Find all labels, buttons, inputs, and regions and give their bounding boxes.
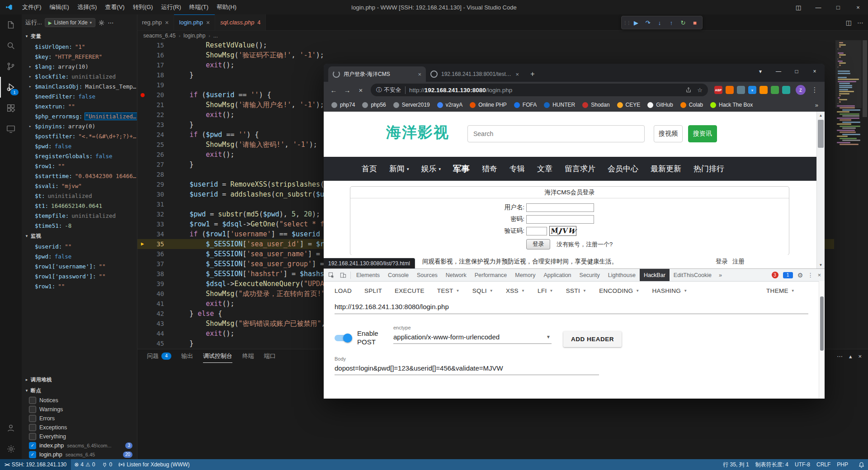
stop-loading-icon[interactable]: × [354, 84, 367, 96]
scroll-up-icon[interactable]: ▲ [817, 112, 825, 119]
tab-close-icon[interactable]: × [206, 19, 210, 26]
nav-item[interactable]: 专辑 [509, 164, 525, 174]
remote-explorer-icon[interactable] [0, 118, 22, 139]
editor-scrollbar[interactable] [862, 40, 868, 349]
editor-tab[interactable]: sql.class.php4 [215, 14, 266, 30]
captcha-image[interactable]: MJVW [549, 226, 576, 236]
editor-more-icon[interactable]: ⋯ [857, 19, 863, 26]
footer-link-1[interactable]: 注册 [732, 258, 745, 266]
split-editor-icon[interactable]: ◫ [846, 19, 852, 26]
breadcrumb-item[interactable]: seacms_6.45 [143, 33, 175, 39]
body-input[interactable]: dopost=login&pwd[]=123&userid[]=456&vali… [335, 362, 599, 375]
start-debugging-icon[interactable]: ▶ [48, 20, 52, 25]
hackbar-menu-lfi[interactable]: LFI▼ [531, 283, 560, 298]
menubar-item-0[interactable]: 文件(F) [18, 0, 46, 14]
editor-tab[interactable]: login.php× [174, 14, 215, 30]
search-icon[interactable] [0, 35, 22, 56]
bookmark-ceye[interactable]: CEYE [614, 100, 644, 109]
tab-close-icon[interactable]: × [418, 71, 421, 78]
forward-icon[interactable]: → [341, 84, 354, 96]
maximize-icon[interactable]: □ [788, 64, 806, 79]
bookmark-server2019[interactable]: Server2019 [390, 100, 433, 109]
browser-tab-0[interactable]: 用户登录-海洋CMS× [328, 66, 426, 82]
scrollbar-thumb[interactable] [818, 120, 824, 148]
browser-tab-1[interactable]: 192.168.241.138:8001/test.php× [426, 66, 524, 82]
status-item-0[interactable]: 行 35, 列 1 [720, 461, 752, 469]
checkbox-unchecked[interactable] [29, 406, 36, 413]
hackbar-menu-test[interactable]: TEST▼ [431, 283, 466, 298]
variable-row[interactable]: $t1:1646652140.0641 [22, 201, 137, 211]
breadcrumb[interactable]: seacms_6.45›login.php›... [137, 31, 868, 41]
bookmark-hack-the-box[interactable]: Hack The Box [707, 100, 756, 109]
back-icon[interactable]: ← [327, 84, 340, 96]
scroll-down-icon[interactable]: ▼ [817, 261, 825, 268]
footer-link-0[interactable]: 登录 [716, 258, 728, 266]
devtools-tab-hackbar[interactable]: HackBar [640, 269, 670, 281]
close-icon[interactable]: × [848, 0, 868, 14]
new-tab-icon[interactable]: + [526, 68, 539, 80]
xdebug-listener[interactable]: Listen for Xdebug (WWW) [115, 461, 193, 468]
explorer-icon[interactable] [0, 14, 22, 35]
status-item-2[interactable]: UTF-8 [792, 461, 813, 468]
code-line[interactable]: 16 ShowMsg('验证码不正确!', '-1'); [137, 50, 834, 60]
search-info-button[interactable]: 搜资讯 [688, 125, 717, 142]
issues-badge[interactable]: 1 [783, 272, 793, 278]
breadcrumb-item[interactable]: login.php [184, 33, 206, 39]
hackbar-menu-split[interactable]: SPLIT [358, 283, 388, 298]
code-line[interactable]: 15 ResetVdValue(); [137, 40, 834, 50]
gutter[interactable] [137, 93, 148, 97]
bookmark-shodan[interactable]: Shodan [579, 100, 613, 109]
variable-row[interactable]: $needFilter:false [22, 91, 137, 101]
nav-item[interactable]: 最新更新 [651, 164, 681, 174]
scrollbar-thumb[interactable] [863, 40, 867, 117]
hackbar-menu-execute[interactable]: EXECUTE [388, 283, 431, 298]
panel-more-icon[interactable]: ⋯ [837, 353, 843, 360]
hackbar-menu-theme[interactable]: THEME▼ [760, 283, 801, 298]
extensions-icon[interactable] [0, 98, 22, 118]
bookmark-colab[interactable]: Colab [677, 100, 706, 109]
section-watch[interactable]: ▾ 监视 [22, 230, 137, 241]
restart-icon[interactable]: ↻ [678, 17, 689, 28]
breakpoint-flag-row[interactable]: Warnings [22, 405, 137, 414]
extension-icon-0[interactable]: ABP [714, 86, 722, 94]
hackbar-menu-sqli[interactable]: SQLI▼ [466, 283, 500, 298]
nav-item[interactable]: 文章 [537, 164, 552, 174]
variable-row[interactable]: ▸$lang:array(10) [22, 61, 137, 71]
devtools-tab-application[interactable]: Application [539, 269, 575, 281]
extension-icon-4[interactable] [760, 86, 768, 94]
panel-tab[interactable]: 输出 [181, 349, 193, 363]
variable-row[interactable]: $nextrun:"" [22, 101, 137, 111]
variable-row[interactable]: $registerGlobals:false [22, 151, 137, 161]
nav-item[interactable]: 新闻▾ [389, 164, 409, 174]
site-logo[interactable]: 海洋影视 [386, 122, 449, 143]
panel-tab[interactable]: 调试控制台 [203, 349, 232, 363]
maximize-icon[interactable]: □ [828, 0, 848, 14]
breadcrumb-item[interactable]: ... [213, 33, 218, 39]
variable-row[interactable]: $t:uninitialized [22, 191, 137, 201]
extension-icon-1[interactable] [726, 86, 734, 94]
variable-row[interactable]: $row1:"" [22, 281, 137, 291]
password-input[interactable] [526, 215, 594, 224]
panel-close-icon[interactable]: × [858, 353, 862, 360]
panel-tab[interactable]: 端口 [264, 349, 276, 363]
panel-maximize-icon[interactable]: ▴ [849, 353, 852, 360]
variable-row[interactable]: $tempfile:uninitialized [22, 211, 137, 221]
menubar-item-3[interactable]: 查看(V) [101, 0, 128, 14]
source-control-icon[interactable] [0, 56, 22, 77]
breakpoint-icon[interactable] [141, 93, 145, 97]
notifications-bell-icon[interactable] [855, 461, 868, 468]
step-out-icon[interactable]: ↑ [666, 17, 677, 28]
nav-item[interactable]: 热门排行 [693, 164, 724, 174]
hackbar-menu-xss[interactable]: XSS▼ [500, 283, 531, 298]
share-icon[interactable] [685, 87, 692, 93]
variable-row[interactable]: $isUrlOpen:"1" [22, 42, 137, 52]
stop-icon[interactable]: ■ [689, 17, 700, 28]
run-debug-icon[interactable]: 1 [0, 77, 22, 98]
bookmark-star-icon[interactable]: ☆ [697, 87, 703, 94]
layout-toggle-icon[interactable]: ◫ [788, 0, 808, 14]
step-into-icon[interactable]: ↓ [654, 17, 665, 28]
devtools-tab-lighthouse[interactable]: Lighthouse [604, 269, 640, 281]
nav-item[interactable]: 首页 [362, 164, 377, 174]
devtools-scrollbar[interactable] [819, 281, 825, 399]
nav-item[interactable]: 军事 [453, 163, 470, 174]
